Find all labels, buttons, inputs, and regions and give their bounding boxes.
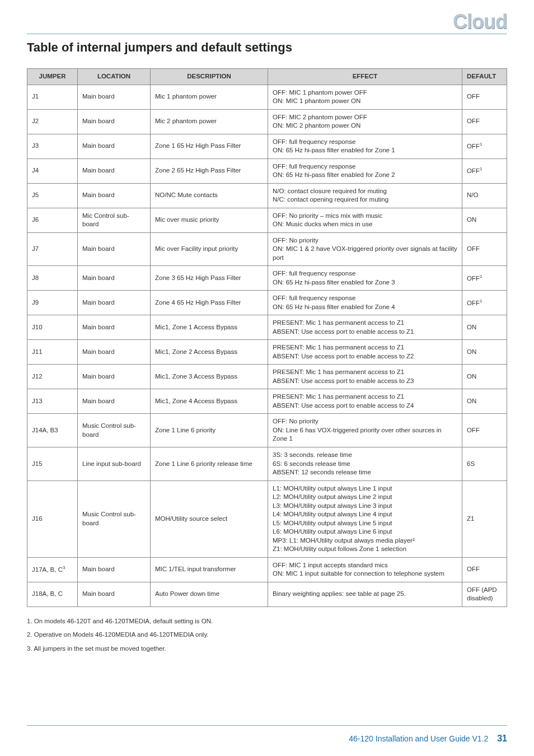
page-title: Table of internal jumpers and default se… (27, 40, 507, 55)
cell-location: Music Control sub-board (78, 480, 151, 557)
cell-default: OFF (462, 85, 507, 109)
table-header: JUMPER LOCATION DESCRIPTION EFFECT DEFAU… (27, 69, 507, 85)
cell-jumper: J17A, B, C3 (27, 557, 78, 582)
cell-description: Zone 4 65 Hz High Pass Filter (151, 291, 268, 315)
cell-effect: PRESENT: Mic 1 has permanent access to Z… (268, 365, 462, 389)
cell-description: Mic over music priority (151, 208, 268, 232)
cell-jumper: J16 (27, 480, 78, 557)
cell-location: Main board (78, 582, 151, 606)
cell-location: Main board (78, 291, 151, 315)
table-row: J16Music Control sub-boardMOH/Utility so… (27, 480, 507, 557)
cell-default: OFF1 (462, 158, 507, 183)
table-row: J6Mic Control sub-boardMic over music pr… (27, 208, 507, 232)
cell-default: OFF (APD disabled) (462, 582, 507, 606)
brand-logo: Cloud (453, 10, 507, 34)
jumper-table: JUMPER LOCATION DESCRIPTION EFFECT DEFAU… (27, 68, 507, 607)
cell-jumper: J4 (27, 158, 78, 183)
cell-default: ON (462, 389, 507, 414)
cell-jumper: J9 (27, 291, 78, 315)
cell-effect: OFF: full frequency responseON: 65 Hz hi… (268, 291, 462, 315)
cell-effect: Binary weighting applies: see table at p… (268, 582, 462, 606)
page-footer: 46-120 Installation and User Guide V1.2 … (349, 734, 507, 744)
note-2: 2. Operative on Models 46-120MEDIA and 4… (27, 629, 507, 640)
cell-description: Mic over Facility input priority (151, 232, 268, 266)
footnotes: 1. On models 46-120T and 46-120TMEDIA, d… (27, 616, 507, 654)
cell-location: Main board (78, 134, 151, 158)
doc-title: 46-120 Installation and User Guide V1.2 (349, 734, 488, 743)
table-row: J1Main boardMic 1 phantom powerOFF: MIC … (27, 85, 507, 109)
cell-description: Zone 3 65 Hz High Pass Filter (151, 266, 268, 291)
note-3: 3. All jumpers in the set must be moved … (27, 643, 507, 654)
cell-default: OFF (462, 232, 507, 266)
cell-jumper: J6 (27, 208, 78, 232)
cell-description: Zone 2 65 Hz High Pass Filter (151, 158, 268, 183)
header-rule (27, 34, 507, 34)
page-number: 31 (497, 734, 507, 743)
cell-description: Mic1, Zone 2 Access Bypass (151, 340, 268, 365)
table-row: J5Main boardNO/NC Mute contactsN/O: cont… (27, 183, 507, 208)
cell-effect: N/O: contact closure required for muting… (268, 183, 462, 208)
table-row: J3Main boardZone 1 65 Hz High Pass Filte… (27, 134, 507, 158)
cell-effect: 3S: 3 seconds. release time6S: 6 seconds… (268, 447, 462, 480)
table-row: J13Main boardMic1, Zone 4 Access BypassP… (27, 389, 507, 414)
cell-location: Music Control sub-board (78, 414, 151, 447)
cell-jumper: J7 (27, 232, 78, 266)
cell-effect: OFF: MIC 1 phantom power OFFON: MIC 1 ph… (268, 85, 462, 109)
cell-effect: OFF: No priorityON: Line 6 has VOX-trigg… (268, 414, 462, 447)
cell-jumper: J8 (27, 266, 78, 291)
table-row: J14A, B3Music Control sub-boardZone 1 Li… (27, 414, 507, 447)
table-row: J2Main boardMic 2 phantom powerOFF: MIC … (27, 109, 507, 134)
cell-location: Main board (78, 266, 151, 291)
cell-location: Main board (78, 389, 151, 414)
cell-jumper: J1 (27, 85, 78, 109)
cell-default: ON (462, 208, 507, 232)
cell-effect: PRESENT: Mic 1 has permanent access to Z… (268, 315, 462, 340)
cell-effect: OFF: MIC 1 input accepts standard micsON… (268, 557, 462, 582)
cell-location: Main board (78, 109, 151, 134)
cell-default: ON (462, 340, 507, 365)
cell-effect: OFF: MIC 2 phantom power OFFON: MIC 2 ph… (268, 109, 462, 134)
cell-default: OFF1 (462, 266, 507, 291)
cell-default: OFF (462, 557, 507, 582)
cell-location: Main board (78, 315, 151, 340)
cell-default: OFF (462, 414, 507, 447)
cell-effect: OFF: full frequency responseON: 65 Hz hi… (268, 266, 462, 291)
col-jumper: JUMPER (27, 69, 78, 85)
table-row: J8Main boardZone 3 65 Hz High Pass Filte… (27, 266, 507, 291)
table-row: J12Main boardMic1, Zone 3 Access BypassP… (27, 365, 507, 389)
cell-jumper: J13 (27, 389, 78, 414)
cell-location: Main board (78, 158, 151, 183)
cell-jumper: J14A, B3 (27, 414, 78, 447)
cell-location: Main board (78, 557, 151, 582)
cell-location: Mic Control sub-board (78, 208, 151, 232)
cell-location: Main board (78, 340, 151, 365)
cell-description: Zone 1 Line 6 priority (151, 414, 268, 447)
footer-rule (27, 725, 507, 726)
table-row: J18A, B, CMain boardAuto Power down time… (27, 582, 507, 606)
cell-default: 6S (462, 447, 507, 480)
cell-jumper: J12 (27, 365, 78, 389)
cell-effect: OFF: No priority – mics mix with musicON… (268, 208, 462, 232)
col-default: DEFAULT (462, 69, 507, 85)
cell-location: Main board (78, 365, 151, 389)
cell-jumper: J15 (27, 447, 78, 480)
cell-jumper: J5 (27, 183, 78, 208)
cell-description: Mic 1 phantom power (151, 85, 268, 109)
cell-default: N/O (462, 183, 507, 208)
col-effect: EFFECT (268, 69, 462, 85)
table-row: J11Main boardMic1, Zone 2 Access BypassP… (27, 340, 507, 365)
cell-location: Main board (78, 232, 151, 266)
table-row: J4Main boardZone 2 65 Hz High Pass Filte… (27, 158, 507, 183)
col-location: LOCATION (78, 69, 151, 85)
cell-effect: OFF: full frequency responseON: 65 Hz hi… (268, 158, 462, 183)
cell-description: Zone 1 Line 6 priority release time (151, 447, 268, 480)
cell-effect: L1: MOH/Utility output always Line 1 inp… (268, 480, 462, 557)
note-1: 1. On models 46-120T and 46-120TMEDIA, d… (27, 616, 507, 626)
col-desc: DESCRIPTION (151, 69, 268, 85)
cell-description: Mic 2 phantom power (151, 109, 268, 134)
cell-effect: PRESENT: Mic 1 has permanent access to Z… (268, 389, 462, 414)
cell-default: ON (462, 315, 507, 340)
cell-description: MOH/Utility source select (151, 480, 268, 557)
cell-description: NO/NC Mute contacts (151, 183, 268, 208)
cell-jumper: J3 (27, 134, 78, 158)
